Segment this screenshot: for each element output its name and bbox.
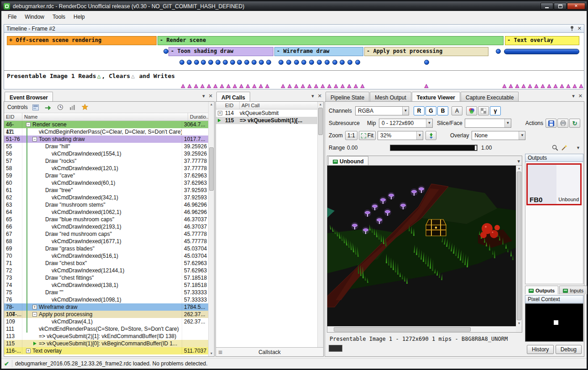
column-eid[interactable]: EID [4, 113, 22, 120]
export-button[interactable] [557, 119, 568, 128]
timeline-toggle-icon[interactable] [31, 103, 40, 112]
scroll-up-icon[interactable]: ▲ [516, 166, 522, 171]
scroll-thumb[interactable] [517, 172, 521, 320]
event-row[interactable]: 109vkCmdDraw(4,1)262.37... [4, 318, 208, 325]
write-marker-triangle[interactable]: ▲ [334, 83, 338, 89]
write-marker-triangle[interactable]: ▲ [240, 83, 243, 89]
event-row[interactable]: 47vkCmdBeginRenderPass(C=Clear, D=Clear,… [4, 128, 208, 135]
mip-dropdown[interactable]: 0 - 1272x690▼ [379, 119, 433, 128]
write-marker-triangle[interactable]: ▲ [220, 83, 224, 89]
write-marker-triangle[interactable]: ▲ [341, 83, 345, 89]
draw-event-dot[interactable] [325, 60, 330, 65]
write-marker-triangle[interactable]: ▲ [528, 83, 532, 89]
column-eid[interactable]: EID [216, 102, 240, 109]
event-row[interactable]: 75Draw ""57.33333 [4, 289, 208, 296]
scroll-down-icon[interactable]: ▼ [209, 351, 214, 356]
write-marker-triangle[interactable]: ▲ [181, 83, 185, 89]
channel-g-button[interactable]: G [425, 106, 436, 115]
channels-dropdown[interactable]: RGBA▼ [355, 106, 409, 115]
event-row[interactable]: 107-...−Apply post processing262.37... [4, 311, 208, 318]
texture-vscrollbar[interactable]: ▲ ▼ [516, 166, 522, 326]
timeline-marker-bar[interactable]: + Off-screen scene rendering [7, 36, 157, 45]
write-marker-triangle[interactable]: ▲ [515, 83, 519, 89]
event-row[interactable]: 65Draw "blue mushroom caps"46.37037 [4, 216, 208, 223]
expander-collapsed-icon[interactable]: + [218, 111, 222, 115]
range-options-chevron[interactable]: ▼ [576, 146, 580, 150]
draw-event-dot[interactable] [163, 49, 168, 54]
event-row[interactable]: 60vkCmdDrawIndexed(60,1)37.62963 [4, 179, 208, 187]
api-call-row[interactable]: 115=> vkQueueSubmit(1)[... [216, 117, 317, 124]
menu-help[interactable]: Help [69, 12, 89, 22]
pin-icon[interactable] [570, 26, 574, 32]
event-row[interactable]: 72vkCmdDrawIndexed(12144,1)57.62963 [4, 267, 208, 274]
event-row[interactable]: 64vkCmdDrawIndexed(1062,1)46.96296 [4, 208, 208, 216]
event-row[interactable]: 78-104+Wireframe draw1784.5... [4, 303, 208, 311]
draw-event-dot[interactable] [201, 60, 206, 65]
event-row[interactable]: 58vkCmdDrawIndexed(120,1)37.77778 [4, 165, 208, 172]
write-marker-triangle[interactable]: ▲ [266, 83, 269, 89]
draw-event-dot[interactable] [230, 60, 235, 65]
zoom-dropdown[interactable]: 32%▼ [378, 131, 423, 140]
history-button[interactable]: History [527, 345, 554, 354]
scroll-down-icon[interactable]: ▼ [516, 321, 522, 326]
expander-collapsed-icon[interactable]: + [26, 349, 31, 353]
tab-mesh-output[interactable]: Mesh Output [370, 92, 411, 101]
write-marker-triangle[interactable]: ▲ [503, 83, 506, 89]
tab-pipeline-state[interactable]: Pipeline State [326, 92, 369, 101]
draw-event-dot[interactable] [301, 60, 306, 65]
flip-y-button[interactable] [425, 131, 436, 140]
write-marker-triangle[interactable]: ▲ [246, 83, 250, 89]
draw-event-dot[interactable] [179, 60, 184, 65]
event-row[interactable]: 69Draw "grass blades"45.03704 [4, 245, 208, 252]
zoom-1to1-button[interactable]: 1:1 [345, 131, 357, 140]
tab-texture-viewer[interactable]: Texture Viewer [412, 92, 460, 101]
column-name[interactable]: Name [22, 113, 188, 120]
write-marker-triangle[interactable]: ▲ [252, 83, 256, 89]
menu-tools[interactable]: Tools [48, 12, 69, 22]
statistics-icon[interactable] [68, 103, 77, 112]
event-row[interactable]: 111vkCmdEndRenderPass(C=Store, D=Store, … [4, 325, 208, 333]
event-browser-scrollbar[interactable]: ▲ ▼ [208, 102, 214, 356]
draw-event-dot[interactable] [259, 60, 264, 65]
expander-expanded-icon[interactable]: − [26, 122, 31, 127]
write-marker-triangle[interactable]: ▲ [214, 83, 217, 89]
chevron-down-icon[interactable]: ▾ [311, 93, 314, 99]
tab-api-calls[interactable]: API Calls [216, 92, 250, 101]
write-marker-triangle[interactable]: ▲ [567, 83, 570, 89]
menu-file[interactable]: File [4, 12, 21, 22]
timeline-marker-bar[interactable]: - Toon shading draw [168, 47, 273, 56]
color-wheel-button[interactable] [466, 106, 477, 115]
write-marker-triangle[interactable]: ▲ [281, 83, 285, 89]
scroll-thumb[interactable] [334, 327, 471, 332]
channel-b-button[interactable]: B [437, 106, 448, 115]
draw-event-dot[interactable] [194, 60, 199, 65]
api-calls-scrollbar[interactable]: ▲ ▼ [317, 102, 323, 356]
menu-window[interactable]: Window [21, 12, 48, 22]
close-button[interactable]: ✕ [567, 3, 585, 10]
draw-event-dot[interactable] [340, 60, 345, 65]
channel-r-button[interactable]: R [414, 106, 425, 115]
write-marker-triangle[interactable]: ▲ [308, 83, 311, 89]
event-row[interactable]: 66vkCmdDrawIndexed(2193,1)46.37037 [4, 223, 208, 230]
write-marker-triangle[interactable]: ▲ [321, 83, 325, 89]
event-row[interactable]: 51-76−Toon shading draw1017.7... [4, 135, 208, 143]
draw-event-dot[interactable] [223, 60, 228, 65]
draw-event-dot[interactable] [266, 60, 271, 65]
gamma-button[interactable]: γ [490, 106, 501, 115]
write-marker-triangle[interactable]: ▲ [361, 83, 364, 89]
write-marker-triangle[interactable]: ▲ [573, 83, 577, 89]
scroll-up-icon[interactable]: ▲ [318, 102, 323, 107]
draw-event-dot[interactable] [424, 60, 429, 65]
event-row[interactable]: 115=> vkQueueSubmit(1)[0]: vkBeginComman… [4, 340, 208, 347]
draw-event-dot[interactable] [244, 60, 249, 65]
expander-expanded-icon[interactable]: − [32, 137, 37, 141]
draw-event-dot[interactable] [332, 60, 337, 65]
expander-collapsed-icon[interactable]: + [32, 305, 37, 309]
event-row[interactable]: 46-111−Render scene3064.7... [4, 121, 208, 128]
timeline-marker-bar[interactable]: - Wireframe draw [274, 47, 363, 56]
write-marker-triangle[interactable]: ▲ [541, 83, 545, 89]
write-marker-triangle[interactable]: ▲ [188, 83, 191, 89]
tab-capture-executable[interactable]: Capture Executable [461, 92, 519, 101]
tab-outputs[interactable]: Outputs [525, 286, 558, 294]
write-marker-triangle[interactable]: ▲ [522, 83, 525, 89]
